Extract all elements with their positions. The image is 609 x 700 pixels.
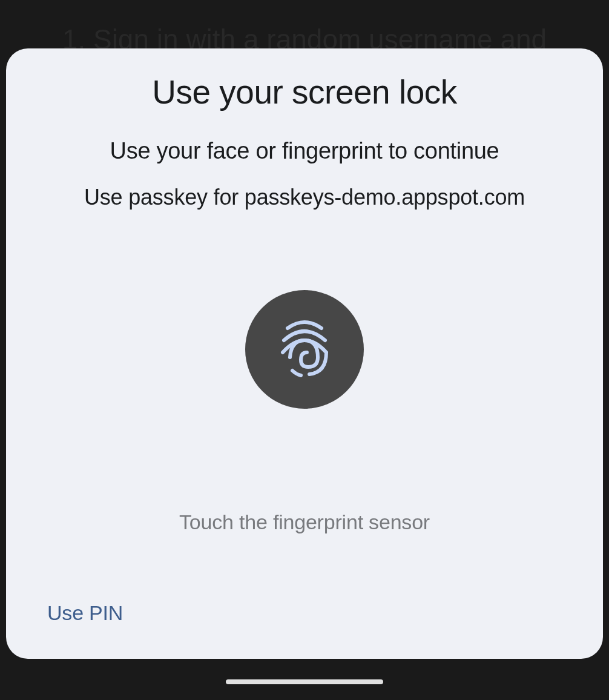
dialog-title: Use your screen lock: [152, 73, 457, 111]
dialog-subtitle: Use your face or fingerprint to continue: [110, 138, 499, 164]
use-pin-button[interactable]: Use PIN: [47, 601, 123, 625]
hint-text: Touch the fingerprint sensor: [179, 510, 430, 534]
passkey-domain-text: Use passkey for passkeys-demo.appspot.co…: [84, 185, 525, 210]
biometric-dialog: Use your screen lock Use your face or fi…: [6, 48, 603, 659]
fingerprint-sensor[interactable]: [245, 290, 364, 409]
navigation-bar-handle[interactable]: [226, 679, 383, 684]
fingerprint-icon: [274, 315, 335, 384]
